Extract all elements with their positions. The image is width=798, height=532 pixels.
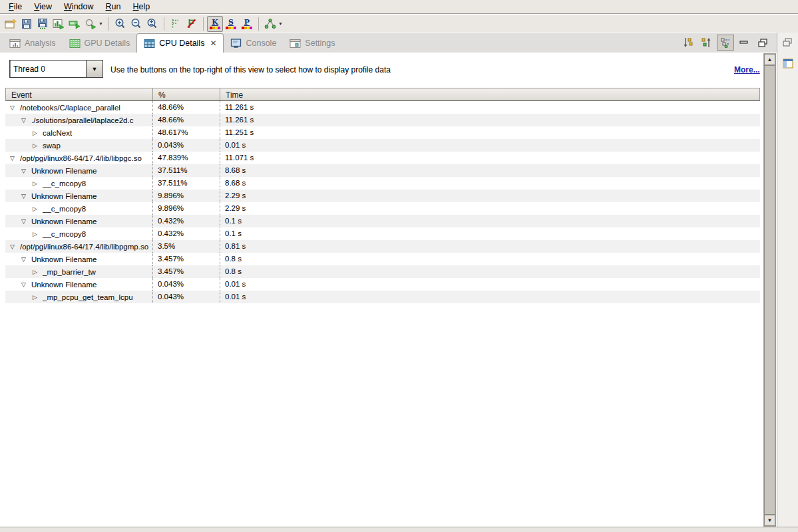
event-cell: ▷__c_mcopy8 <box>5 202 152 215</box>
percent-cell: 37.511% <box>152 164 220 177</box>
close-tab-icon[interactable]: ✕ <box>210 39 216 48</box>
table-row[interactable]: ▷calcNext48.617%11.251 s <box>5 126 760 139</box>
scroll-down-button[interactable]: ▼ <box>764 515 775 526</box>
thread-selector-dropdown-button[interactable]: ▼ <box>86 61 102 77</box>
minimize-view-button[interactable] <box>735 35 753 51</box>
top-down-icon <box>683 37 694 48</box>
collapse-icon[interactable]: ▽ <box>19 218 28 225</box>
toolbar-separator <box>258 17 259 31</box>
percent-cell: 0.043% <box>152 139 220 152</box>
collapse-icon[interactable]: ▽ <box>8 243 17 250</box>
clear-marks-button[interactable] <box>184 16 200 32</box>
menu-view[interactable]: View <box>28 1 58 13</box>
time-cell: 11.071 s <box>220 152 760 164</box>
table-row[interactable]: ▽Unknown Filename37.511%8.68 s <box>5 164 760 177</box>
mark-region-button[interactable] <box>168 16 184 32</box>
tab-settings[interactable]: Settings <box>283 34 341 53</box>
collapse-icon[interactable]: ▽ <box>19 168 28 174</box>
new-session-button[interactable] <box>3 16 19 32</box>
source-mode-button[interactable]: S <box>223 16 239 32</box>
table-row[interactable]: ▷__c_mcopy89.896%2.29 s <box>5 202 760 215</box>
profile-application-button[interactable] <box>51 16 67 32</box>
column-header-event[interactable]: Event <box>6 88 153 100</box>
expand-icon[interactable]: ▷ <box>31 205 39 212</box>
zoom-out-button[interactable] <box>128 16 144 32</box>
thread-selector-value[interactable]: Thread 0 <box>10 61 86 77</box>
table-row[interactable]: ▷_mp_barrier_tw3.457%0.8 s <box>5 265 760 278</box>
table-row[interactable]: ▽Unknown Filename9.896%2.29 s <box>5 190 760 202</box>
browse-button[interactable] <box>83 16 99 32</box>
table-row[interactable]: ▽Unknown Filename3.457%0.8 s <box>5 253 760 265</box>
cpu-details-icon <box>144 39 155 49</box>
zoom-fit-button[interactable] <box>144 16 160 32</box>
top-down-view-button[interactable] <box>680 35 697 51</box>
save-as-button[interactable] <box>35 16 51 32</box>
call-tree-dropdown-caret[interactable]: ▼ <box>278 21 285 26</box>
bottom-up-view-button[interactable] <box>698 35 715 51</box>
table-row[interactable]: ▽/opt/pgi/linux86-64/17.4/lib/libpgmp.so… <box>5 240 760 253</box>
expand-icon[interactable]: ▷ <box>31 269 39 275</box>
tab-label: Analysis <box>25 39 56 48</box>
restore-pane-button[interactable] <box>777 38 798 47</box>
event-cell: ▽Unknown Filename <box>5 253 152 265</box>
collapse-icon[interactable]: ▽ <box>8 104 17 111</box>
collapse-icon[interactable]: ▽ <box>19 193 28 200</box>
tab-cpu-details[interactable]: CPU Details✕ <box>136 33 224 53</box>
table-row[interactable]: ▷__c_mcopy837.511%8.68 s <box>5 177 760 190</box>
table-row[interactable]: ▽Unknown Filename0.043%0.01 s <box>5 278 760 291</box>
table-row[interactable]: ▽/notebooks/C/laplace_parallel48.66%11.2… <box>5 101 760 114</box>
vertical-scrollbar[interactable]: ▲ ▼ <box>763 53 776 527</box>
menu-run[interactable]: Run <box>100 1 127 13</box>
table-row[interactable]: ▷_mp_pcpu_get_team_lcpu0.043%0.01 s <box>5 291 760 303</box>
table-row[interactable]: ▷__c_mcopy80.432%0.1 s <box>5 227 760 240</box>
collapse-icon[interactable]: ▽ <box>19 256 28 263</box>
pc-sampling-button[interactable]: P <box>239 16 255 32</box>
more-link[interactable]: More... <box>734 65 760 74</box>
column-header-time[interactable]: Time <box>220 88 759 100</box>
thread-selector[interactable]: Thread 0 ▼ <box>9 60 103 78</box>
table-row[interactable]: ▷swap0.043%0.01 s <box>5 139 760 152</box>
table-header: Event % Time <box>5 88 760 101</box>
zoom-in-button[interactable] <box>112 16 128 32</box>
column-header-pct[interactable]: % <box>153 88 220 100</box>
menu-help[interactable]: Help <box>126 1 156 13</box>
event-cell: ▷swap <box>5 139 152 152</box>
table-row[interactable]: ▽Unknown Filename0.432%0.1 s <box>5 215 760 227</box>
time-cell: 0.8 s <box>220 253 760 265</box>
minimized-view-button[interactable] <box>777 59 798 68</box>
import-profile-button[interactable] <box>67 16 83 32</box>
event-label: Unknown Filename <box>31 217 97 225</box>
collapse-icon[interactable]: ▽ <box>19 281 28 288</box>
event-label: _mp_pcpu_get_team_lcpu <box>43 293 133 301</box>
expand-icon[interactable]: ▷ <box>31 130 39 136</box>
scroll-up-button[interactable]: ▲ <box>764 54 775 65</box>
event-label: Unknown Filename <box>31 192 97 200</box>
scrollbar-thumb[interactable] <box>764 65 775 515</box>
expand-icon[interactable]: ▷ <box>31 231 39 237</box>
menu-window[interactable]: Window <box>58 1 99 13</box>
collapse-icon[interactable]: ▽ <box>19 117 28 124</box>
table-row[interactable]: ▽/opt/pgi/linux86-64/17.4/lib/libpgc.so4… <box>5 152 760 164</box>
restore-icon <box>758 39 768 47</box>
tab-console[interactable]: Console <box>224 34 283 53</box>
flat-view-button[interactable] <box>717 35 734 51</box>
expand-icon[interactable]: ▷ <box>31 294 39 301</box>
time-cell: 8.68 s <box>220 164 760 177</box>
percent-cell: 9.896% <box>152 190 220 202</box>
percent-cell: 3.5% <box>152 240 220 253</box>
time-cell: 0.1 s <box>220 215 760 227</box>
browse-dropdown-caret[interactable]: ▼ <box>99 21 105 26</box>
save-button[interactable] <box>19 16 35 32</box>
tab-gpu-details[interactable]: GPU Details <box>63 34 137 53</box>
maximize-view-button[interactable] <box>754 35 771 51</box>
table-row[interactable]: ▽./solutions/parallel/laplace2d.c48.66%1… <box>5 114 760 126</box>
kernel-mode-button[interactable]: K <box>207 16 223 32</box>
call-tree-button[interactable] <box>262 16 278 32</box>
expand-icon[interactable]: ▷ <box>31 180 39 187</box>
tab-analysis[interactable]: Analysis <box>3 34 63 53</box>
expand-icon[interactable]: ▷ <box>31 142 39 149</box>
menu-file[interactable]: File <box>3 1 28 13</box>
gpu-details-icon <box>69 39 81 49</box>
bar-chart-icon <box>53 19 65 29</box>
collapse-icon[interactable]: ▽ <box>8 155 17 162</box>
